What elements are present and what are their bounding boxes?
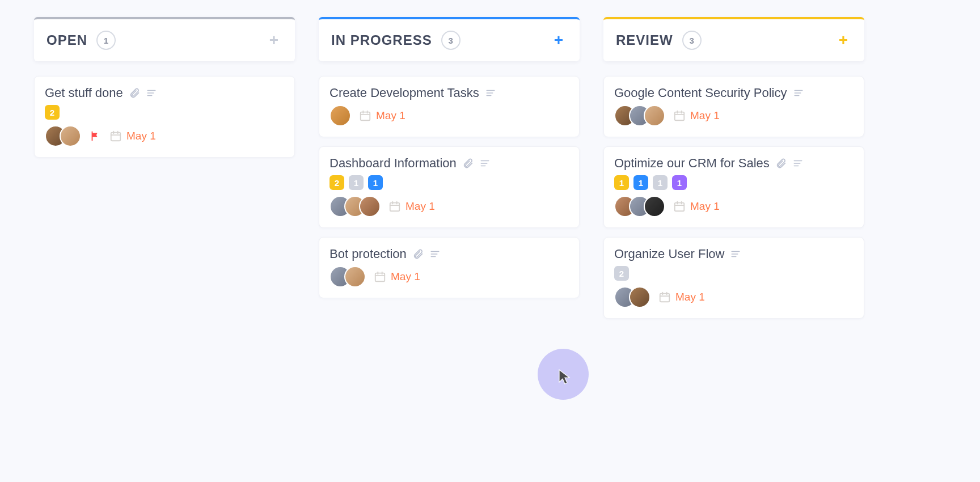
- paperclip-icon: [775, 158, 787, 169]
- paperclip-icon: [412, 248, 424, 260]
- task-title: Bot protection: [330, 247, 407, 261]
- svg-rect-38: [675, 203, 685, 212]
- task-card[interactable]: Dashboard Information211May 1: [319, 146, 580, 228]
- add-task-button[interactable]: +: [550, 32, 567, 49]
- task-card[interactable]: Get stuff done2May 1: [34, 76, 295, 158]
- column-in-progress: IN PROGRESS3+Create Development TasksMay…: [319, 17, 580, 307]
- description-icon: [793, 88, 804, 98]
- subtask-badge: 2: [330, 175, 344, 190]
- assignees[interactable]: [614, 196, 665, 217]
- task-title: Google Content Security Policy: [614, 86, 787, 100]
- column-count: 3: [682, 31, 702, 50]
- cursor-indicator: [538, 349, 589, 400]
- due-date[interactable]: May 1: [359, 109, 405, 122]
- description-icon: [429, 249, 441, 259]
- column-count: 1: [96, 31, 116, 50]
- description-icon: [146, 88, 157, 98]
- column-header: REVIEW3+: [603, 17, 864, 61]
- due-date-text: May 1: [690, 109, 720, 122]
- kanban-board: OPEN1+Get stuff done2May 1IN PROGRESS3+C…: [34, 17, 946, 328]
- due-date-text: May 1: [675, 291, 705, 303]
- subtask-badges: 1111: [614, 175, 854, 190]
- task-card[interactable]: Google Content Security PolicyMay 1: [603, 76, 864, 137]
- description-icon: [792, 158, 804, 168]
- add-task-button[interactable]: +: [835, 32, 852, 49]
- column-review: REVIEW3+Google Content Security PolicyMa…: [603, 17, 864, 328]
- column-title: OPEN: [47, 32, 87, 48]
- svg-rect-45: [660, 294, 670, 302]
- calendar-icon: [359, 109, 371, 122]
- subtask-badges: 211: [330, 175, 569, 190]
- svg-rect-24: [375, 273, 385, 282]
- column-header: IN PROGRESS3+: [319, 17, 580, 61]
- calendar-icon: [374, 270, 386, 283]
- paperclip-icon: [129, 87, 140, 99]
- calendar-icon: [388, 200, 401, 213]
- task-card[interactable]: Create Development TasksMay 1: [319, 76, 580, 137]
- subtask-badge: 1: [614, 175, 629, 190]
- svg-rect-31: [675, 112, 685, 121]
- subtask-badge: 2: [45, 105, 60, 120]
- svg-rect-10: [361, 112, 370, 121]
- assignees[interactable]: [330, 266, 366, 287]
- calendar-icon: [658, 291, 671, 303]
- description-icon: [730, 249, 741, 259]
- subtask-badge: 1: [653, 175, 668, 190]
- task-title: Create Development Tasks: [330, 86, 479, 100]
- assignees[interactable]: [45, 125, 81, 147]
- description-icon: [485, 88, 496, 98]
- due-date[interactable]: May 1: [673, 200, 720, 213]
- task-title: Get stuff done: [45, 86, 123, 100]
- assignees[interactable]: [330, 196, 381, 217]
- avatar[interactable]: [644, 105, 665, 126]
- due-date[interactable]: May 1: [658, 291, 705, 303]
- assignees[interactable]: [614, 105, 665, 126]
- subtask-badge: 1: [368, 175, 383, 190]
- description-icon: [479, 158, 491, 168]
- svg-rect-3: [111, 133, 121, 141]
- subtask-badges: 2: [45, 105, 284, 120]
- due-date-text: May 1: [690, 200, 720, 213]
- due-date[interactable]: May 1: [374, 270, 420, 283]
- column-header: OPEN1+: [34, 17, 295, 61]
- subtask-badge: 1: [672, 175, 687, 190]
- subtask-badge: 1: [349, 175, 364, 190]
- subtask-badges: 2: [614, 266, 854, 281]
- task-title: Dashboard Information: [330, 156, 457, 171]
- due-date-text: May 1: [391, 270, 420, 283]
- avatar[interactable]: [60, 125, 81, 147]
- avatar[interactable]: [344, 266, 366, 287]
- add-task-button[interactable]: +: [265, 32, 282, 49]
- due-date-text: May 1: [126, 130, 156, 142]
- avatar[interactable]: [644, 196, 665, 217]
- due-date-text: May 1: [376, 109, 405, 122]
- task-title: Optimize our CRM for Sales: [614, 156, 770, 171]
- due-date[interactable]: May 1: [109, 130, 156, 142]
- due-date[interactable]: May 1: [673, 109, 720, 122]
- subtask-badge: 2: [614, 266, 629, 281]
- calendar-icon: [673, 109, 686, 122]
- column-title: IN PROGRESS: [331, 32, 432, 48]
- calendar-icon: [673, 200, 686, 213]
- assignees[interactable]: [330, 105, 351, 126]
- task-card[interactable]: Optimize our CRM for Sales1111May 1: [603, 146, 864, 228]
- avatar[interactable]: [330, 105, 351, 126]
- column-count: 3: [441, 31, 461, 50]
- column-title: REVIEW: [616, 32, 673, 48]
- subtask-badge: 1: [633, 175, 648, 190]
- due-date-text: May 1: [405, 200, 435, 213]
- calendar-icon: [109, 130, 122, 142]
- task-title: Organize User Flow: [614, 247, 724, 261]
- avatar[interactable]: [629, 286, 650, 308]
- column-open: OPEN1+Get stuff done2May 1: [34, 17, 295, 167]
- task-card[interactable]: Bot protectionMay 1: [319, 237, 580, 298]
- avatar[interactable]: [359, 196, 381, 217]
- paperclip-icon: [462, 158, 474, 169]
- svg-rect-17: [390, 203, 400, 212]
- task-card[interactable]: Organize User Flow2May 1: [603, 237, 864, 319]
- due-date[interactable]: May 1: [388, 200, 435, 213]
- flag-icon[interactable]: [89, 130, 102, 142]
- assignees[interactable]: [614, 286, 650, 308]
